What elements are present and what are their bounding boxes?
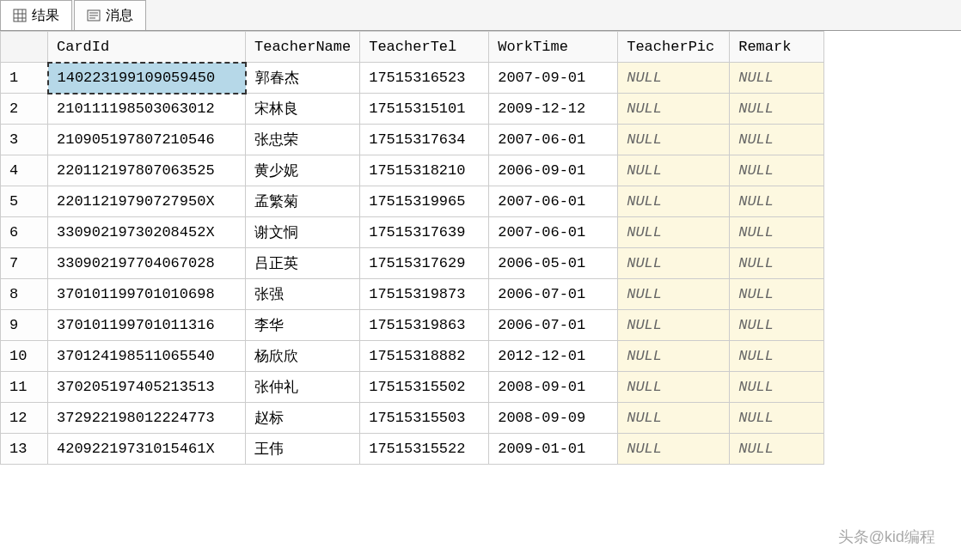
cell-teachername[interactable]: 郭春杰 bbox=[246, 63, 360, 94]
cell-teachertel[interactable]: 17515319873 bbox=[360, 279, 489, 310]
col-header-worktime[interactable]: WorkTime bbox=[489, 32, 618, 63]
cell-worktime[interactable]: 2008-09-01 bbox=[489, 372, 618, 403]
cell-cardid[interactable]: 210111198503063012 bbox=[48, 94, 246, 125]
row-number[interactable]: 11 bbox=[1, 372, 48, 403]
cell-remark[interactable]: NULL bbox=[730, 403, 824, 434]
cell-teachertel[interactable]: 17515317629 bbox=[360, 248, 489, 279]
cell-teacherpic[interactable]: NULL bbox=[618, 310, 730, 341]
cell-remark[interactable]: NULL bbox=[730, 217, 824, 248]
row-number[interactable]: 2 bbox=[1, 94, 48, 125]
cell-teachername[interactable]: 张忠荣 bbox=[246, 125, 360, 155]
row-number[interactable]: 4 bbox=[1, 155, 48, 186]
cell-cardid[interactable]: 330902197704067028 bbox=[48, 248, 246, 279]
cell-remark[interactable]: NULL bbox=[730, 372, 824, 403]
col-header-teacherpic[interactable]: TeacherPic bbox=[618, 32, 730, 63]
cell-teachertel[interactable]: 17515316523 bbox=[360, 63, 489, 94]
cell-teacherpic[interactable]: NULL bbox=[618, 403, 730, 434]
cell-teachername[interactable]: 王伟 bbox=[246, 434, 360, 465]
cell-teachername[interactable]: 李华 bbox=[246, 310, 360, 341]
cell-remark[interactable]: NULL bbox=[730, 186, 824, 217]
cell-cardid[interactable]: 22011219790727950X bbox=[48, 186, 246, 217]
row-number[interactable]: 3 bbox=[1, 125, 48, 155]
cell-teachertel[interactable]: 17515315522 bbox=[360, 434, 489, 465]
col-header-cardid[interactable]: CardId bbox=[48, 32, 246, 63]
row-number[interactable]: 5 bbox=[1, 186, 48, 217]
cell-cardid[interactable]: 33090219730208452X bbox=[48, 217, 246, 248]
col-header-teachertel[interactable]: TeacherTel bbox=[360, 32, 489, 63]
cell-teachertel[interactable]: 17515315101 bbox=[360, 94, 489, 125]
cell-remark[interactable]: NULL bbox=[730, 94, 824, 125]
cell-cardid[interactable]: 42092219731015461X bbox=[48, 434, 246, 465]
row-number[interactable]: 1 bbox=[1, 63, 48, 94]
cell-worktime[interactable]: 2012-12-01 bbox=[489, 341, 618, 372]
cell-remark[interactable]: NULL bbox=[730, 310, 824, 341]
cell-teachertel[interactable]: 17515319863 bbox=[360, 310, 489, 341]
cell-teachertel[interactable]: 17515317634 bbox=[360, 125, 489, 155]
cell-teachername[interactable]: 黄少妮 bbox=[246, 155, 360, 186]
cell-worktime[interactable]: 2009-01-01 bbox=[489, 434, 618, 465]
cell-teacherpic[interactable]: NULL bbox=[618, 434, 730, 465]
cell-cardid[interactable]: 210905197807210546 bbox=[48, 125, 246, 155]
cell-cardid[interactable]: 372922198012224773 bbox=[48, 403, 246, 434]
row-number[interactable]: 9 bbox=[1, 310, 48, 341]
row-number[interactable]: 6 bbox=[1, 217, 48, 248]
col-header-teachername[interactable]: TeacherName bbox=[246, 32, 360, 63]
cell-remark[interactable]: NULL bbox=[730, 155, 824, 186]
cell-teachertel[interactable]: 17515317639 bbox=[360, 217, 489, 248]
cell-teacherpic[interactable]: NULL bbox=[618, 248, 730, 279]
cell-teachertel[interactable]: 17515315502 bbox=[360, 372, 489, 403]
tab-results[interactable]: 结果 bbox=[0, 0, 72, 30]
cell-remark[interactable]: NULL bbox=[730, 279, 824, 310]
cell-teachername[interactable]: 孟繁菊 bbox=[246, 186, 360, 217]
cell-teachertel[interactable]: 17515315503 bbox=[360, 403, 489, 434]
cell-worktime[interactable]: 2007-06-01 bbox=[489, 186, 618, 217]
cell-teachertel[interactable]: 17515318882 bbox=[360, 341, 489, 372]
cell-teacherpic[interactable]: NULL bbox=[618, 155, 730, 186]
row-number[interactable]: 12 bbox=[1, 403, 48, 434]
cell-teacherpic[interactable]: NULL bbox=[618, 279, 730, 310]
cell-worktime[interactable]: 2009-12-12 bbox=[489, 94, 618, 125]
cell-cardid[interactable]: 370101199701010698 bbox=[48, 279, 246, 310]
row-number[interactable]: 13 bbox=[1, 434, 48, 465]
cell-worktime[interactable]: 2007-06-01 bbox=[489, 217, 618, 248]
row-number[interactable]: 7 bbox=[1, 248, 48, 279]
cell-teachername[interactable]: 张强 bbox=[246, 279, 360, 310]
cell-teachertel[interactable]: 17515318210 bbox=[360, 155, 489, 186]
cell-worktime[interactable]: 2006-07-01 bbox=[489, 310, 618, 341]
cell-teachername[interactable]: 宋林良 bbox=[246, 94, 360, 125]
cell-worktime[interactable]: 2006-05-01 bbox=[489, 248, 618, 279]
tab-messages[interactable]: 消息 bbox=[74, 0, 146, 30]
cell-remark[interactable]: NULL bbox=[730, 125, 824, 155]
results-grid[interactable]: CardId TeacherName TeacherTel WorkTime T… bbox=[0, 31, 961, 465]
cell-remark[interactable]: NULL bbox=[730, 248, 824, 279]
cell-remark[interactable]: NULL bbox=[730, 341, 824, 372]
cell-worktime[interactable]: 2007-09-01 bbox=[489, 63, 618, 94]
cell-cardid[interactable]: 220112197807063525 bbox=[48, 155, 246, 186]
row-number[interactable]: 8 bbox=[1, 279, 48, 310]
cell-teachername[interactable]: 杨欣欣 bbox=[246, 341, 360, 372]
col-header-remark[interactable]: Remark bbox=[730, 32, 824, 63]
cell-cardid[interactable]: 370124198511065540 bbox=[48, 341, 246, 372]
cell-teacherpic[interactable]: NULL bbox=[618, 186, 730, 217]
cell-teacherpic[interactable]: NULL bbox=[618, 63, 730, 94]
cell-teacherpic[interactable]: NULL bbox=[618, 217, 730, 248]
cell-teacherpic[interactable]: NULL bbox=[618, 372, 730, 403]
row-number[interactable]: 10 bbox=[1, 341, 48, 372]
cell-remark[interactable]: NULL bbox=[730, 63, 824, 94]
cell-teachername[interactable]: 赵标 bbox=[246, 403, 360, 434]
rownum-header[interactable] bbox=[1, 32, 48, 63]
cell-worktime[interactable]: 2007-06-01 bbox=[489, 125, 618, 155]
cell-cardid[interactable]: 140223199109059450 bbox=[48, 63, 246, 94]
cell-worktime[interactable]: 2006-07-01 bbox=[489, 279, 618, 310]
cell-cardid[interactable]: 370205197405213513 bbox=[48, 372, 246, 403]
cell-teacherpic[interactable]: NULL bbox=[618, 94, 730, 125]
cell-teacherpic[interactable]: NULL bbox=[618, 341, 730, 372]
cell-teachertel[interactable]: 17515319965 bbox=[360, 186, 489, 217]
cell-teachername[interactable]: 谢文恫 bbox=[246, 217, 360, 248]
cell-worktime[interactable]: 2008-09-09 bbox=[489, 403, 618, 434]
cell-cardid[interactable]: 370101199701011316 bbox=[48, 310, 246, 341]
cell-teacherpic[interactable]: NULL bbox=[618, 125, 730, 155]
cell-remark[interactable]: NULL bbox=[730, 434, 824, 465]
cell-teachername[interactable]: 吕正英 bbox=[246, 248, 360, 279]
cell-teachername[interactable]: 张仲礼 bbox=[246, 372, 360, 403]
